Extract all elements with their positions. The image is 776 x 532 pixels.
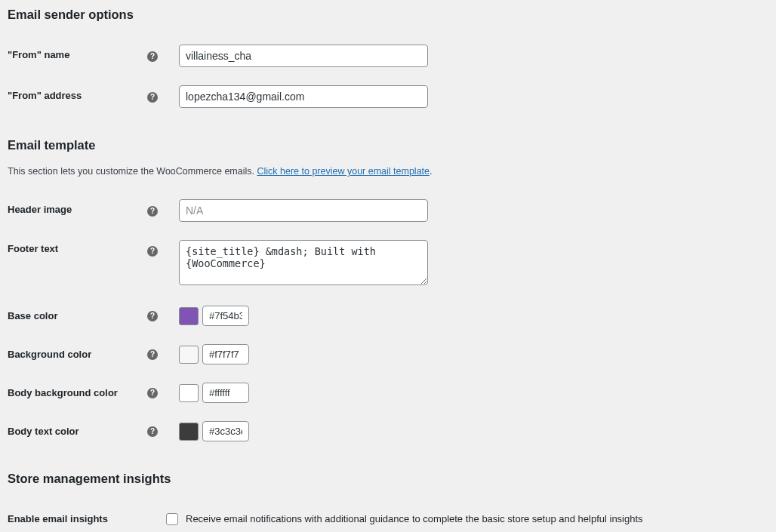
background-color-swatch[interactable] — [179, 346, 199, 364]
base-color-label: Base color — [8, 297, 140, 335]
help-icon[interactable]: ? — [147, 246, 158, 257]
from-address-input[interactable] — [179, 85, 428, 108]
header-image-label: Header image — [8, 190, 140, 231]
body-background-color-swatch[interactable] — [179, 384, 199, 402]
footer-text-label: Footer text — [8, 231, 140, 297]
from-name-label: "From" name — [8, 35, 140, 76]
enable-insights-checkbox[interactable] — [166, 513, 178, 525]
body-background-color-label: Body background color — [8, 374, 140, 412]
body-text-color-input[interactable] — [202, 421, 249, 441]
help-icon[interactable]: ? — [147, 388, 158, 398]
background-color-label: Background color — [8, 335, 140, 374]
help-icon[interactable]: ? — [147, 426, 158, 437]
from-address-label: "From" address — [8, 76, 140, 117]
section-title-template: Email template — [8, 138, 768, 152]
body-text-color-swatch[interactable] — [179, 423, 199, 441]
base-color-swatch[interactable] — [179, 307, 199, 325]
body-background-color-input[interactable] — [202, 383, 249, 403]
base-color-input[interactable] — [202, 306, 249, 326]
preview-template-link[interactable]: Click here to preview your email templat… — [257, 166, 430, 177]
body-text-color-label: Body text color — [8, 412, 140, 451]
header-image-input[interactable] — [179, 199, 428, 222]
section-title-sender: Email sender options — [8, 8, 768, 22]
background-color-input[interactable] — [202, 344, 249, 364]
help-icon[interactable]: ? — [147, 349, 158, 360]
enable-insights-description: Receive email notifications with additio… — [186, 513, 643, 524]
enable-insights-label: Enable email insights — [8, 500, 140, 532]
help-icon[interactable]: ? — [147, 311, 158, 321]
section-title-insights: Store management insights — [8, 472, 768, 486]
from-name-input[interactable] — [179, 45, 428, 67]
help-icon[interactable]: ? — [147, 51, 158, 62]
footer-text-input[interactable]: {site_title} &mdash; Built with {WooComm… — [179, 240, 428, 285]
template-description: This section lets you customize the WooC… — [8, 166, 768, 177]
help-icon[interactable]: ? — [147, 92, 158, 103]
help-icon[interactable]: ? — [147, 206, 158, 217]
